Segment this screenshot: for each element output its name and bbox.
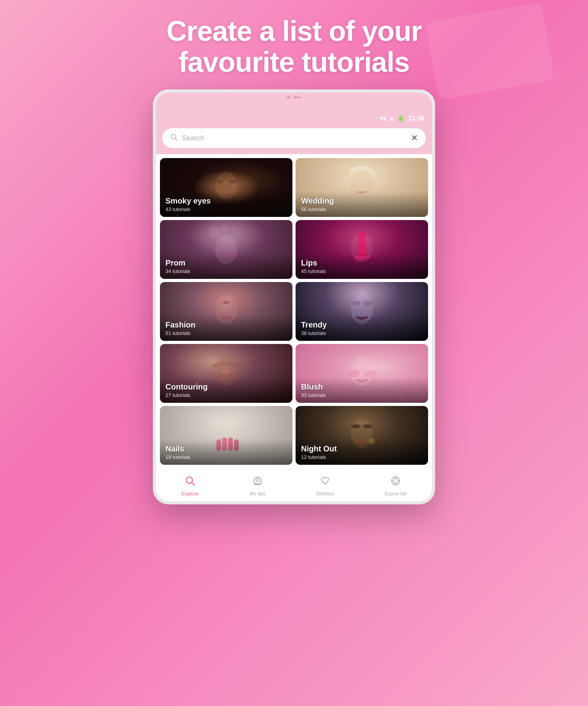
nav-icon-wishlist [319, 475, 330, 489]
item-name-wedding: Wedding [301, 197, 423, 206]
grid-item-night-out[interactable]: Night Out 12 tutorials [296, 406, 428, 465]
tablet-camera [287, 96, 301, 99]
svg-point-33 [351, 424, 361, 428]
grid-item-lips[interactable]: Lips 45 tutorials [296, 220, 428, 279]
wifi-icon: ▾▴ [380, 115, 386, 122]
camera-dot [287, 96, 290, 99]
svg-point-10 [209, 226, 220, 238]
item-name-smoky-eyes: Smoky eyes [165, 197, 287, 206]
grid-item-smoky-eyes[interactable]: Smoky eyes 43 tutorials [160, 158, 292, 217]
grid-item-overlay-trendy: Trendy 38 tutorials [296, 316, 428, 341]
svg-point-4 [228, 180, 236, 184]
grid-item-blush[interactable]: Blush 33 tutorials [296, 344, 428, 403]
status-icons: ▾▴ ▲ 🔋 [380, 115, 405, 122]
svg-point-18 [220, 304, 232, 311]
svg-point-26 [364, 369, 376, 377]
tablet-top-bar [156, 93, 432, 112]
search-clear-button[interactable]: ✕ [411, 133, 418, 143]
battery-icon: 🔋 [397, 115, 405, 122]
grid-item-overlay-nails: Nails 19 tutorials [160, 440, 292, 465]
grid-item-overlay-lips: Lips 45 tutorials [296, 254, 428, 279]
item-count-night-out: 12 tutorials [301, 454, 423, 460]
item-count-fashion: 51 tutorials [165, 330, 287, 336]
grid-item-overlay-prom: Prom 34 tutorials [160, 254, 292, 279]
item-name-nails: Nails [165, 444, 287, 453]
grid-item-trendy[interactable]: Trendy 38 tutorials [296, 282, 428, 341]
item-count-trendy: 38 tutorials [301, 330, 423, 336]
tutorials-grid: Smoky eyes 43 tutorials Wedding 56 tutor… [156, 154, 432, 469]
grid-item-overlay-smoky-eyes: Smoky eyes 43 tutorials [160, 192, 292, 217]
nav-icon-explore [185, 475, 196, 489]
svg-point-37 [186, 477, 192, 483]
grid-item-contouring[interactable]: Contouring 27 tutorials [160, 344, 292, 403]
grid-item-wedding[interactable]: Wedding 56 tutorials [296, 158, 428, 217]
nav-label-wishlist: Wishlist [316, 491, 334, 497]
signal-icon: ▲ [388, 115, 395, 122]
svg-point-6 [229, 180, 235, 183]
item-name-night-out: Night Out [301, 444, 423, 453]
item-count-lips: 45 tutorials [301, 268, 423, 274]
nav-item-expire-list[interactable]: Expire list [377, 474, 414, 498]
svg-line-1 [175, 138, 177, 140]
grid-item-overlay-night-out: Night Out 12 tutorials [296, 440, 428, 465]
item-count-nails: 19 tutorials [165, 454, 287, 460]
svg-point-12 [220, 224, 228, 232]
nav-item-explore[interactable]: Explore [174, 474, 207, 498]
item-count-contouring: 27 tutorials [165, 392, 287, 398]
grid-item-fashion[interactable]: Fashion 51 tutorials [160, 282, 292, 341]
header-title-line2: favourite tutorials [178, 46, 409, 78]
grid-item-overlay-wedding: Wedding 56 tutorials [296, 192, 428, 217]
item-count-blush: 33 tutorials [301, 392, 423, 398]
search-bar-container: Search ✕ [156, 124, 432, 154]
grid-item-overlay-fashion: Fashion 51 tutorials [160, 316, 292, 341]
grid-item-nails[interactable]: Nails 19 tutorials [160, 406, 292, 465]
svg-point-25 [348, 369, 360, 377]
item-name-contouring: Contouring [165, 382, 287, 391]
grid-item-prom[interactable]: Prom 34 tutorials [160, 220, 292, 279]
svg-point-21 [363, 301, 372, 306]
svg-point-17 [223, 301, 229, 304]
nav-icon-expire-list [390, 475, 401, 489]
grid-item-overlay-blush: Blush 33 tutorials [296, 378, 428, 403]
header-section: Create a list of your favourite tutorial… [158, 0, 429, 86]
nav-icon-my-tips [252, 475, 263, 489]
item-count-prom: 34 tutorials [165, 268, 287, 274]
tablet-device: ▾▴ ▲ 🔋 11:56 Search ✕ [153, 89, 435, 504]
svg-point-23 [221, 368, 231, 375]
svg-point-20 [351, 301, 361, 306]
nav-label-expire-list: Expire list [385, 491, 407, 497]
nav-item-wishlist[interactable]: Wishlist [309, 474, 342, 498]
nav-item-my-tips[interactable]: My tips [241, 474, 273, 498]
header-title-line1: Create a list of your [166, 15, 421, 47]
item-name-fashion: Fashion [165, 320, 287, 329]
svg-point-34 [363, 424, 372, 428]
search-input-wrapper[interactable]: Search ✕ [162, 128, 426, 148]
nav-label-my-tips: My tips [249, 491, 265, 497]
item-name-prom: Prom [165, 258, 287, 267]
svg-point-42 [394, 479, 397, 483]
nav-label-explore: Explore [181, 491, 199, 497]
item-name-lips: Lips [301, 258, 423, 267]
item-name-blush: Blush [301, 382, 423, 391]
search-icon [170, 133, 178, 143]
svg-point-3 [216, 180, 224, 184]
item-count-wedding: 56 tutorials [301, 206, 423, 212]
speaker-line [293, 96, 301, 98]
search-input[interactable]: Search [182, 134, 407, 142]
svg-point-40 [256, 479, 259, 482]
svg-point-5 [218, 180, 223, 183]
svg-point-11 [231, 225, 241, 235]
status-bar: ▾▴ ▲ 🔋 11:56 [156, 112, 432, 124]
status-time: 11:56 [408, 115, 424, 122]
item-name-trendy: Trendy [301, 320, 423, 329]
svg-line-38 [192, 483, 194, 486]
bottom-navigation: Explore My tips Wishlist Expire list [156, 469, 432, 501]
grid-item-overlay-contouring: Contouring 27 tutorials [160, 378, 292, 403]
item-count-smoky-eyes: 43 tutorials [165, 206, 287, 212]
header-title: Create a list of your favourite tutorial… [166, 16, 421, 78]
